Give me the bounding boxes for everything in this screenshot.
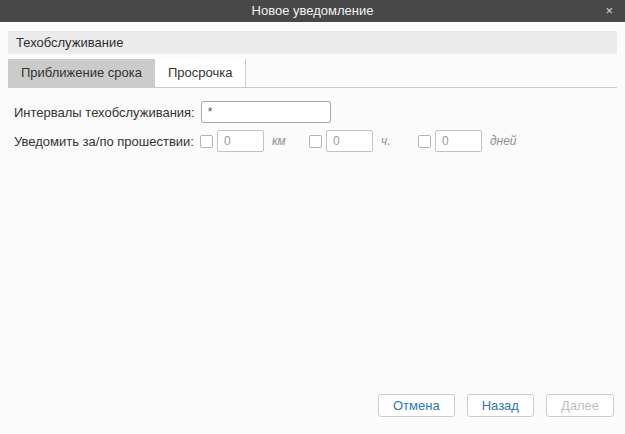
notify-group-hours: ч. — [309, 130, 403, 152]
notify-group-days: дней — [418, 130, 517, 152]
dialog-title: Новое уведомление — [252, 0, 374, 22]
next-button[interactable]: Далее — [546, 394, 614, 417]
section-header: Техобслуживание — [8, 31, 617, 54]
notify-label: Уведомить за/по прошествии: — [14, 134, 194, 149]
days-input[interactable] — [435, 130, 482, 152]
tab-bar: Приближение срока Просрочка — [8, 59, 617, 88]
hours-checkbox[interactable] — [309, 135, 322, 148]
tab-approaching-deadline[interactable]: Приближение срока — [8, 59, 155, 87]
intervals-input[interactable] — [201, 101, 331, 123]
km-unit-label: км — [272, 134, 294, 148]
close-icon[interactable]: × — [605, 0, 613, 22]
notify-group-km: км — [200, 130, 294, 152]
intervals-row: Интервалы техобслуживания: — [14, 100, 331, 124]
hours-input[interactable] — [326, 130, 373, 152]
intervals-label: Интервалы техобслуживания: — [14, 105, 195, 120]
tab-overdue[interactable]: Просрочка — [155, 59, 246, 87]
km-checkbox[interactable] — [200, 135, 213, 148]
footer-button-bar: Отмена Назад Далее — [378, 394, 614, 417]
section-header-label: Техобслуживание — [16, 35, 123, 50]
notify-row: Уведомить за/по прошествии: км ч. дней — [14, 129, 532, 153]
back-button[interactable]: Назад — [467, 394, 534, 417]
days-unit-label: дней — [490, 134, 517, 148]
km-input[interactable] — [217, 130, 264, 152]
cancel-button[interactable]: Отмена — [378, 394, 455, 417]
dialog-titlebar: Новое уведомление × — [0, 0, 625, 22]
days-checkbox[interactable] — [418, 135, 431, 148]
hours-unit-label: ч. — [381, 134, 403, 148]
